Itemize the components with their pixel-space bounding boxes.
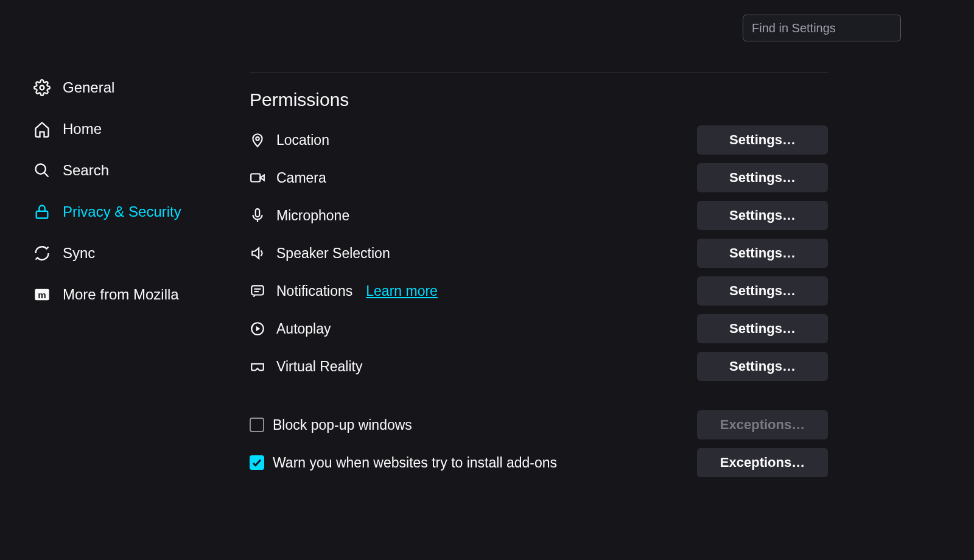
svg-rect-10: [251, 285, 264, 295]
sidebar-item-label: Search: [63, 162, 109, 179]
svg-rect-3: [37, 211, 48, 219]
location-settings-button[interactable]: Settings…: [697, 125, 828, 155]
permission-row-speaker: Speaker Selection Settings…: [250, 234, 828, 272]
svg-rect-8: [256, 209, 260, 217]
camera-icon: [250, 170, 265, 186]
speaker-settings-button[interactable]: Settings…: [697, 239, 828, 268]
vr-icon: [250, 359, 265, 374]
sidebar-item-general[interactable]: General: [33, 67, 225, 108]
permission-row-microphone: Microphone Settings…: [250, 197, 828, 234]
lock-icon: [33, 203, 51, 220]
permissions-list: Location Settings… Camera Settings… Micr…: [250, 121, 828, 481]
sidebar-item-privacy-security[interactable]: Privacy & Security: [33, 191, 225, 233]
main-content: Permissions Location Settings… Camera Se…: [225, 0, 974, 560]
permission-row-vr: Virtual Reality Settings…: [250, 348, 828, 385]
speaker-icon: [250, 245, 265, 261]
permission-label: Autoplay: [276, 321, 331, 337]
permission-label: Camera: [276, 170, 326, 186]
vr-settings-button[interactable]: Settings…: [697, 352, 828, 381]
mozilla-icon: m: [33, 286, 51, 303]
sidebar-item-more-mozilla[interactable]: m More from Mozilla: [33, 274, 225, 315]
section-title: Permissions: [250, 89, 950, 110]
notifications-learn-more-link[interactable]: Learn more: [366, 283, 438, 299]
sidebar-item-label: Sync: [63, 245, 95, 262]
permission-row-autoplay: Autoplay Settings…: [250, 310, 828, 348]
block-popups-checkbox[interactable]: [250, 418, 264, 432]
permission-label: Speaker Selection: [276, 245, 390, 262]
sidebar-item-label: General: [63, 79, 114, 96]
sidebar: General Home Search Privacy & Security S…: [0, 0, 225, 560]
sidebar-item-label: More from Mozilla: [63, 286, 179, 303]
svg-point-0: [40, 86, 44, 90]
section-divider: [250, 72, 828, 72]
home-icon: [33, 121, 51, 138]
gear-icon: [33, 79, 51, 96]
permission-row-notifications: Notifications Learn more Settings…: [250, 272, 828, 310]
svg-line-2: [44, 173, 49, 177]
svg-marker-14: [256, 326, 261, 332]
permission-row-camera: Camera Settings…: [250, 159, 828, 197]
search-input[interactable]: [743, 15, 901, 41]
sidebar-item-sync[interactable]: Sync: [33, 233, 225, 274]
autoplay-settings-button[interactable]: Settings…: [697, 314, 828, 343]
notifications-settings-button[interactable]: Settings…: [697, 276, 828, 306]
sync-icon: [33, 245, 51, 262]
block-popups-exceptions-button[interactable]: Exceptions…: [697, 410, 828, 439]
svg-text:m: m: [38, 290, 46, 300]
permission-label: Microphone: [276, 208, 349, 224]
sidebar-item-search[interactable]: Search: [33, 150, 225, 191]
warn-addons-checkbox[interactable]: [250, 455, 264, 470]
svg-point-1: [36, 164, 46, 174]
notifications-icon: [250, 283, 265, 299]
search-icon: [33, 162, 51, 179]
camera-settings-button[interactable]: Settings…: [697, 163, 828, 192]
warn-addons-exceptions-button[interactable]: Exceptions…: [697, 448, 828, 477]
sidebar-item-label: Home: [63, 121, 102, 138]
checkbox-label: Warn you when websites try to install ad…: [273, 455, 557, 471]
svg-point-6: [256, 137, 259, 140]
microphone-settings-button[interactable]: Settings…: [697, 201, 828, 230]
permission-label: Virtual Reality: [276, 359, 362, 375]
microphone-icon: [250, 208, 265, 223]
location-icon: [250, 132, 265, 148]
sidebar-item-label: Privacy & Security: [63, 203, 181, 220]
permission-label: Notifications: [276, 283, 352, 299]
checkbox-label: Block pop-up windows: [273, 417, 412, 433]
svg-rect-7: [251, 174, 260, 182]
checkbox-row-warn-addons: Warn you when websites try to install ad…: [250, 444, 828, 481]
checkbox-row-block-popups: Block pop-up windows Exceptions…: [250, 406, 828, 444]
permission-label: Location: [276, 132, 329, 149]
permission-row-location: Location Settings…: [250, 121, 828, 159]
autoplay-icon: [250, 321, 265, 337]
sidebar-item-home[interactable]: Home: [33, 108, 225, 150]
